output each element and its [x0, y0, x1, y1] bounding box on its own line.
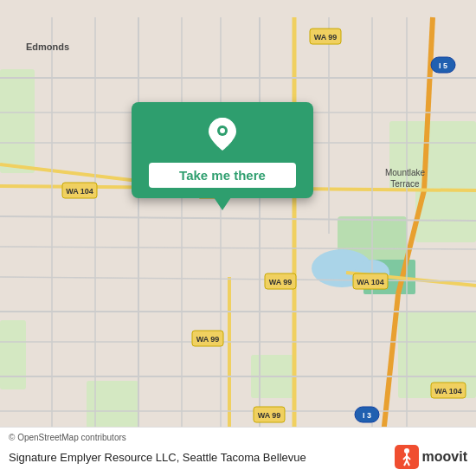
map-svg: WA 99 I 5 WA 104 WA 104 Mountlake Terrac…: [0, 0, 476, 476]
svg-point-63: [220, 128, 225, 133]
bottom-bar: © OpenStreetMap contributors Signature E…: [0, 427, 476, 476]
svg-text:WA 99: WA 99: [196, 335, 220, 344]
moovit-logo: moovit: [395, 445, 467, 469]
location-info: Signature Emplyer Resource LLC, Seattle …: [9, 445, 467, 469]
svg-text:I 3: I 3: [363, 411, 371, 420]
svg-text:WA 99: WA 99: [314, 33, 338, 42]
location-name: Signature Emplyer Resource LLC, Seattle …: [9, 451, 395, 464]
svg-text:WA 99: WA 99: [258, 411, 281, 420]
svg-rect-4: [0, 69, 35, 173]
svg-text:WA 104: WA 104: [357, 278, 384, 286]
location-pin-icon: [203, 114, 241, 156]
svg-rect-9: [87, 381, 138, 433]
svg-text:Terrace: Terrace: [390, 179, 420, 189]
moovit-icon: [395, 445, 419, 469]
svg-point-65: [404, 448, 409, 453]
svg-text:WA 104: WA 104: [434, 387, 462, 396]
svg-text:WA 104: WA 104: [66, 187, 93, 196]
moovit-text: moovit: [422, 449, 467, 465]
svg-text:Edmonds: Edmonds: [26, 42, 69, 52]
attribution: © OpenStreetMap contributors: [9, 433, 467, 442]
svg-text:WA 99: WA 99: [269, 278, 293, 286]
svg-text:I 5: I 5: [439, 61, 447, 70]
svg-text:Mountlake: Mountlake: [385, 168, 426, 177]
take-me-there-button[interactable]: Take me there: [149, 163, 296, 188]
svg-rect-7: [0, 320, 26, 389]
attribution-text: © OpenStreetMap contributors: [9, 433, 126, 442]
popup-card: Take me there: [132, 102, 313, 198]
map-container: WA 99 I 5 WA 104 WA 104 Mountlake Terrac…: [0, 0, 476, 476]
